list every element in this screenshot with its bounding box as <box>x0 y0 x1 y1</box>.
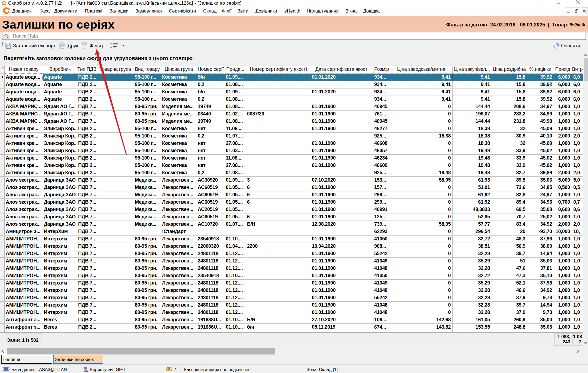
svg-text:$: $ <box>169 368 170 371</box>
